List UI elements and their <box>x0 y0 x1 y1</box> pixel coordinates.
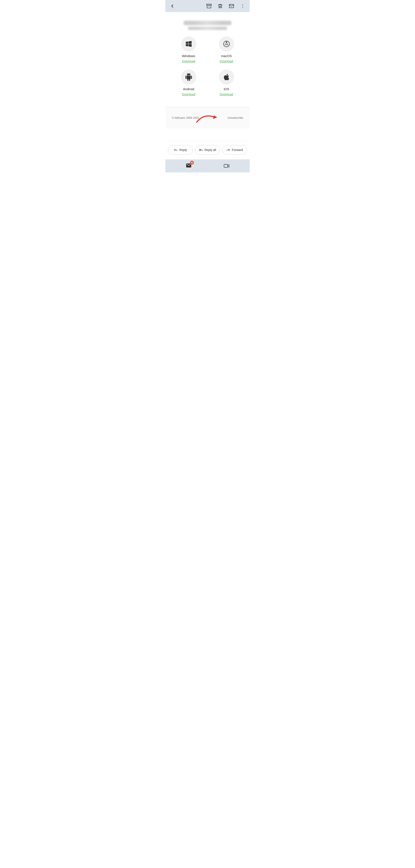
video-nav-icon <box>223 163 229 169</box>
svg-text:OS: OS <box>225 43 228 45</box>
mail-nav-item[interactable]: 30 <box>186 162 192 169</box>
macos-download-item: OS macOS Download <box>219 36 234 63</box>
forward-button[interactable]: Forward <box>222 145 247 155</box>
macos-download-link[interactable]: Download <box>220 60 233 63</box>
windows-download-link[interactable]: Download <box>182 60 195 63</box>
reply-all-button[interactable]: Reply all <box>195 145 220 155</box>
back-button[interactable] <box>169 3 176 9</box>
android-download-item: Android Download <box>181 69 196 96</box>
reply-label: Reply <box>180 148 187 152</box>
unsubscribe-link[interactable]: Unsubscribe <box>228 116 243 119</box>
windows-icon <box>185 40 193 48</box>
platform-download-grid: Windows Download OS macOS Download <box>172 36 243 96</box>
macos-icon-circle: OS <box>219 36 234 52</box>
blurred-subject <box>188 27 227 30</box>
android-platform-name: Android <box>183 87 194 91</box>
svg-point-3 <box>243 6 243 6</box>
reply-button[interactable]: Reply <box>168 145 193 155</box>
reply-all-icon <box>199 148 203 152</box>
android-icon <box>185 73 193 81</box>
ios-platform-name: iOS <box>224 87 229 91</box>
android-download-link[interactable]: Download <box>182 93 195 96</box>
archive-button[interactable] <box>205 3 213 9</box>
macos-icon: OS <box>223 40 230 48</box>
windows-platform-name: Windows <box>182 54 195 58</box>
more-options-button[interactable] <box>239 3 246 9</box>
svg-rect-9 <box>224 164 227 167</box>
bottom-navigation-bar: 30 <box>165 159 250 173</box>
svg-point-4 <box>243 7 243 8</box>
mail-badge: 30 <box>190 161 194 164</box>
delete-button[interactable] <box>217 3 224 9</box>
windows-download-item: Windows Download <box>181 36 196 63</box>
red-arrow-annotation <box>195 109 220 124</box>
mark-read-button[interactable] <box>228 3 235 9</box>
email-content-area: Windows Download OS macOS Download <box>165 12 250 107</box>
top-navigation-bar <box>165 0 250 12</box>
reply-icon <box>174 148 178 152</box>
ios-icon-circle <box>219 69 234 85</box>
svg-marker-8 <box>213 115 217 119</box>
action-buttons-area: Reply Reply all Forward <box>165 142 250 157</box>
svg-point-7 <box>226 42 227 43</box>
email-footer: © AdGuard, 2009–2022 Unsubscribe <box>165 107 250 128</box>
android-icon-circle <box>181 69 196 85</box>
action-buttons-row: Reply Reply all Forward <box>168 145 247 155</box>
reply-all-label: Reply all <box>204 148 216 152</box>
windows-icon-circle <box>181 36 196 52</box>
apple-icon <box>223 73 230 81</box>
blurred-sender <box>184 21 231 25</box>
email-header-blurred <box>172 21 243 30</box>
ios-download-item: iOS Download <box>219 69 234 96</box>
ios-download-link[interactable]: Download <box>220 93 233 96</box>
forward-label: Forward <box>232 148 243 152</box>
macos-platform-name: macOS <box>221 54 232 58</box>
video-nav-item[interactable] <box>223 163 229 169</box>
forward-icon <box>226 148 230 152</box>
svg-point-2 <box>243 4 243 5</box>
svg-rect-0 <box>206 4 212 5</box>
